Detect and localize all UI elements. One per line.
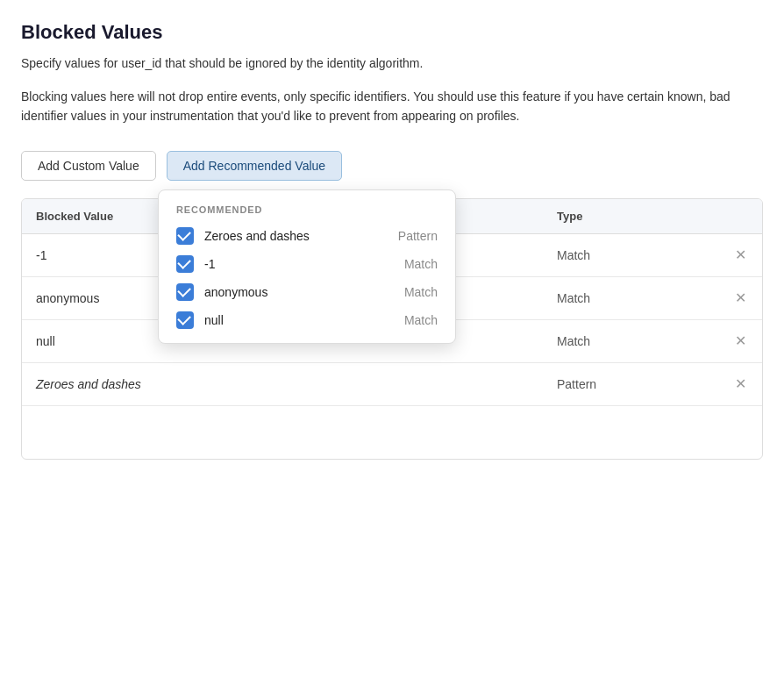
dropdown-item-zeroes[interactable]: Zeroes and dashes Pattern	[176, 227, 438, 245]
dropdown-item-anonymous-name: anonymous	[204, 285, 394, 299]
row-anonymous-delete-button[interactable]: ✕	[718, 286, 762, 310]
description-secondary: Blocking values here will not drop entir…	[21, 87, 763, 126]
dropdown-item-null-type: Match	[404, 313, 438, 327]
dropdown-item-anonymous[interactable]: anonymous Match	[176, 283, 438, 301]
row-anonymous-type: Match	[543, 277, 718, 319]
row-minus1-type: Match	[543, 234, 718, 276]
add-custom-value-button[interactable]: Add Custom Value	[21, 151, 156, 181]
description-primary: Specify values for user_id that should b…	[21, 54, 763, 73]
page-title: Blocked Values	[21, 21, 763, 44]
dropdown-item-anonymous-type: Match	[404, 285, 438, 299]
row-zeroes-value: Zeroes and dashes	[22, 363, 543, 405]
dropdown-item-minus1-name: -1	[204, 257, 394, 271]
row-null-type: Match	[543, 320, 718, 362]
checkbox-anonymous-icon[interactable]	[176, 283, 194, 301]
recommended-dropdown: RECOMMENDED Zeroes and dashes Pattern -1…	[158, 189, 456, 344]
header-type: Type	[543, 199, 718, 233]
row-zeroes-delete-button[interactable]: ✕	[718, 372, 762, 396]
add-recommended-value-button[interactable]: Add Recommended Value	[167, 151, 342, 181]
dropdown-item-null-name: null	[204, 313, 394, 327]
dropdown-item-minus1-type: Match	[404, 257, 438, 271]
dropdown-label: RECOMMENDED	[176, 204, 438, 215]
dropdown-item-zeroes-name: Zeroes and dashes	[204, 229, 388, 243]
dropdown-item-minus1[interactable]: -1 Match	[176, 255, 438, 273]
checkbox-minus1-icon[interactable]	[176, 255, 194, 273]
button-row: Add Custom Value Add Recommended Value R…	[21, 151, 763, 181]
checkbox-null-icon[interactable]	[176, 311, 194, 329]
header-actions	[718, 199, 762, 233]
empty-cell	[22, 418, 543, 446]
row-null-delete-button[interactable]: ✕	[718, 329, 762, 353]
checkbox-zeroes-icon[interactable]	[176, 227, 194, 245]
dropdown-item-zeroes-type: Pattern	[398, 229, 438, 243]
dropdown-item-null[interactable]: null Match	[176, 311, 438, 329]
empty-cell-type	[543, 418, 718, 446]
dropdown-panel: RECOMMENDED Zeroes and dashes Pattern -1…	[158, 189, 456, 344]
table-row: Zeroes and dashes Pattern ✕	[22, 363, 762, 406]
table-row-empty	[22, 406, 762, 459]
empty-cell-action	[718, 418, 762, 446]
row-minus1-delete-button[interactable]: ✕	[718, 243, 762, 267]
row-zeroes-type: Pattern	[543, 363, 718, 405]
